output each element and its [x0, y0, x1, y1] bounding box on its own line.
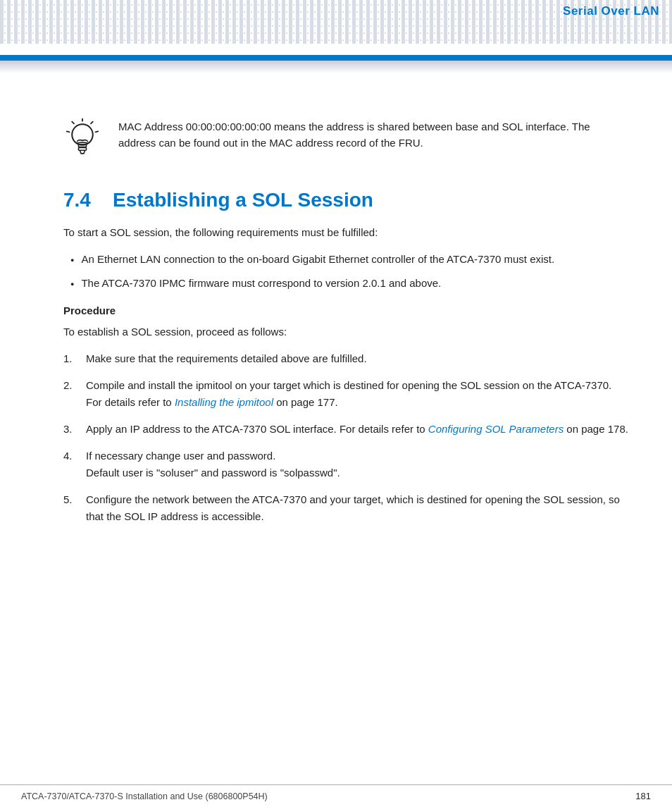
accent-bar [0, 55, 672, 61]
tip-box: MAC Address 00:00:00:00:00:00 means the … [63, 116, 630, 161]
step-text: Configure the network between the ATCA-7… [86, 491, 630, 525]
procedure-heading: Procedure [63, 304, 630, 316]
svg-line-1 [91, 122, 93, 124]
header-title: Serial Over LAN [563, 4, 659, 18]
tip-icon [63, 118, 101, 161]
requirements-list: An Ethernet LAN connection to the on-boa… [70, 251, 630, 292]
svg-line-4 [67, 131, 70, 132]
step-text: If necessary change user and password. D… [86, 448, 340, 481]
list-item: 5. Configure the network between the ATC… [63, 491, 630, 525]
footer-left-text: ATCA-7370/ATCA-7370-S Installation and U… [21, 791, 268, 801]
footer-page-number: 181 [635, 791, 651, 801]
list-item: 2. Compile and install the ipmitool on y… [63, 377, 630, 411]
list-item: 4. If necessary change user and password… [63, 448, 630, 481]
section-heading: 7.4 Establishing a SOL Session [63, 189, 630, 211]
section-title-text: Establishing a SOL Session [113, 189, 373, 211]
step-text: Make sure that the requirements detailed… [86, 350, 367, 367]
link-installing-ipmitool[interactable]: Installing the ipmitool [175, 396, 273, 408]
svg-line-2 [95, 131, 98, 132]
section-number: 7.4 [63, 189, 91, 211]
bullet-text: An Ethernet LAN connection to the on-boa… [81, 251, 554, 268]
svg-rect-7 [78, 148, 86, 151]
list-item: 1. Make sure that the requirements detai… [63, 350, 630, 367]
list-item: 3. Apply an IP address to the ATCA-7370 … [63, 421, 630, 438]
procedure-intro: To establish a SOL session, proceed as f… [63, 324, 630, 340]
step-text: Apply an IP address to the ATCA-7370 SOL… [86, 421, 628, 438]
step-number: 2. [63, 377, 79, 394]
list-item: An Ethernet LAN connection to the on-boa… [70, 251, 630, 268]
step-text: Compile and install the ipmitool on your… [86, 377, 630, 411]
lightbulb-icon [65, 118, 100, 161]
header-pattern: Serial Over LAN [0, 0, 672, 55]
step-number: 3. [63, 421, 79, 438]
main-content: MAC Address 00:00:00:00:00:00 means the … [0, 73, 672, 556]
step-number: 1. [63, 350, 79, 367]
section-intro: To start a SOL session, the following re… [63, 224, 630, 241]
footer: ATCA-7370/ATCA-7370-S Installation and U… [0, 784, 672, 807]
tip-text: MAC Address 00:00:00:00:00:00 means the … [118, 116, 630, 152]
header-title-bar: Serial Over LAN [563, 0, 672, 21]
step-number: 5. [63, 491, 79, 508]
link-configuring-sol[interactable]: Configuring SOL Parameters [428, 423, 564, 435]
step-number: 4. [63, 448, 79, 464]
steps-list: 1. Make sure that the requirements detai… [63, 350, 630, 525]
gray-bar [0, 61, 672, 73]
bullet-text: The ATCA-7370 IPMC firmware must corresp… [81, 275, 441, 292]
list-item: The ATCA-7370 IPMC firmware must corresp… [70, 275, 630, 292]
svg-line-3 [72, 122, 74, 124]
